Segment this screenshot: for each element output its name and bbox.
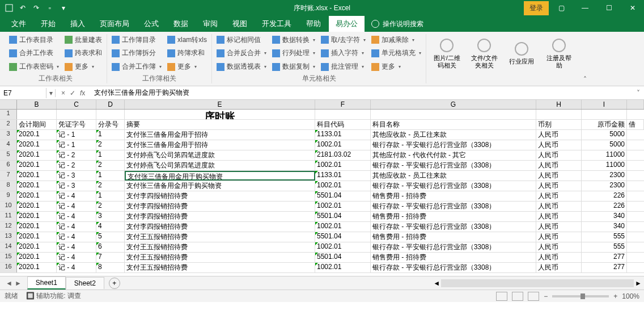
tab-dev[interactable]: 开发工具 [255,16,298,32]
row-col-process[interactable]: 行列处理▾ [272,48,315,58]
zoom-in-icon[interactable]: + [613,292,617,300]
spreadsheet-grid[interactable]: B C D E F G H I 1 序时账 2 会计期间 凭证字号 分录号 摘要… [0,100,644,276]
view-normal-icon[interactable] [496,292,507,301]
col-G[interactable]: G [371,100,536,109]
batch-create-sheets[interactable]: 批量建表 [65,35,102,45]
col-scroll[interactable] [627,100,644,109]
ribbon-options-icon[interactable]: ▢ [550,0,573,16]
tab-help[interactable]: 帮助 [299,16,328,32]
maximize-icon[interactable]: ☐ [598,0,620,16]
workbook-toc[interactable]: 工作簿目录 [112,35,162,45]
zoom-slider[interactable] [552,295,609,297]
close-icon[interactable]: ✕ [621,0,644,16]
status-accessibility[interactable]: 🔲 辅助功能: 调查 [26,291,81,301]
xlam-to-xls[interactable]: xlam转xls [167,35,207,45]
file-folder[interactable]: 文件/文件夹相关 [468,34,500,74]
table-row: 6 2020.1 记 - 2 2 支付婷燕飞公司第四笔进度款 1002.01 银… [0,161,644,171]
sheet-more[interactable]: 更多▾ [65,62,102,72]
tab-data[interactable]: 数据 [167,16,195,32]
table-row: 9 2020.1 记 - 4 1 支付李四报销招待费 5501.04 销售费用 … [0,191,644,202]
table-row: 12 2020.1 记 - 4 4 支付李四报销招待费 1002.01 银行存款… [0,222,644,232]
col-I[interactable]: I [582,100,627,109]
merge-sheets[interactable]: 合并工作表 [9,48,59,58]
zoom-out-icon[interactable]: − [544,292,548,300]
select-all[interactable] [0,100,17,109]
formula-bar: E7 ▾ × ✓ fx 支付张三借备用金用于购买物资 ˅ [0,86,644,100]
table-row: 14 2020.1 记 - 4 6 支付王五报销招待费 1002.01 银行存款… [0,242,644,253]
merge-unmerge[interactable]: 合并反合并▾ [217,48,266,58]
tab-home[interactable]: 开始 [34,16,62,32]
merge-workbooks[interactable]: 合并工作簿▾ [112,62,162,72]
table-row: 16 2020.1 记 - 4 8 支付王五报销招待费 1002.01 银行存款… [0,263,644,273]
titlebar: ↶ ↷ ▫ ▾ 序时账.xlsx - Excel 登录 ▢ — ☐ ✕ [0,0,644,16]
pivot-table[interactable]: 数据透视表▾ [217,62,266,72]
tab-insert[interactable]: 插入 [63,16,92,32]
view-break-icon[interactable] [528,292,539,301]
group-cell: 单元格相关 [302,73,336,83]
row-1: 1 序时账 [0,110,644,120]
tab-prev-icon[interactable]: ◄ [6,279,12,287]
cancel-formula-icon[interactable]: × [61,89,65,97]
hscroll-track[interactable] [441,279,634,287]
cross-book-sum[interactable]: 跨簿求和 [167,48,207,58]
tell-me[interactable]: 操作说明搜索 [371,19,423,29]
ribbon: 工作表目录 合并工作表 工作表密码▾ 批量建表 跨表求和 更多▾ 工作表相关 工… [0,32,644,86]
cell-more[interactable]: 更多▾ [371,62,421,72]
arithmetic[interactable]: 加减乘除▾ [371,35,421,45]
comment-manage[interactable]: 批注管理▾ [321,62,366,72]
table-row: 11 2020.1 记 - 4 3 支付李四报销招待费 5501.04 销售费用… [0,212,644,222]
redo-icon[interactable]: ↷ [31,2,42,14]
enter-formula-icon[interactable]: ✓ [70,89,75,97]
sheet-tab-1[interactable]: Sheet1 [27,276,66,290]
tab-formula[interactable]: 公式 [137,16,166,32]
new-icon[interactable]: ▫ [44,2,56,14]
col-C[interactable]: C [57,100,96,109]
minimize-icon[interactable]: — [574,0,596,16]
tab-view[interactable]: 视图 [226,16,254,32]
sheet-tab-2[interactable]: Sheet2 [66,277,104,289]
hscroll-right-icon[interactable]: ► [635,279,642,287]
tab-layout[interactable]: 页面布局 [93,16,136,32]
col-F[interactable]: F [315,100,371,109]
undo-icon[interactable]: ↶ [17,2,28,14]
open-icon[interactable]: ▾ [58,2,69,14]
take-remove-char[interactable]: 取/去字符▾ [321,35,366,45]
sheet-toc[interactable]: 工作表目录 [9,35,59,45]
formula-input[interactable]: 支付张三借备用金用于购买物资 [91,87,633,99]
view-layout-icon[interactable] [512,292,523,301]
tab-file[interactable]: 文件 [5,16,33,32]
cross-sheet-sum[interactable]: 跨表求和 [65,48,102,58]
mark-same[interactable]: 标记相同值 [217,35,266,45]
hscroll-left-icon[interactable]: ◄ [433,279,440,287]
cell-fill[interactable]: 单元格填充▾ [371,48,421,58]
add-sheet-button[interactable]: + [109,278,120,289]
col-B[interactable]: B [17,100,57,109]
insert-char[interactable]: 插入字符▾ [321,48,366,58]
data-convert[interactable]: 数据转换▾ [272,35,315,45]
zoom-level[interactable]: 100% [622,292,639,300]
namebox-dropdown-icon[interactable]: ▾ [46,89,56,97]
col-D[interactable]: D [96,100,125,109]
tab-review[interactable]: 审阅 [196,16,224,32]
fx-icon[interactable]: fx [80,89,85,97]
col-H[interactable]: H [536,100,582,109]
col-E[interactable]: E [125,100,315,109]
tab-yibangong[interactable]: 易办公 [329,16,365,32]
table-row: 7 2020.1 记 - 3 1 支付张三借备用金用于购买物资 1133.01 … [0,171,644,181]
tab-next-icon[interactable]: ► [15,279,22,287]
title-cell[interactable]: 序时账 [125,110,315,119]
window-title: 序时账.xlsx - Excel [294,3,350,13]
image-qr[interactable]: 图片/二维码相关 [431,34,463,74]
sheet-password[interactable]: 工作表密码▾ [9,62,59,72]
login-button[interactable]: 登录 [524,1,549,15]
workbook-split[interactable]: 工作簿拆分 [112,48,162,58]
name-box[interactable]: E7 [0,88,46,98]
save-icon[interactable] [3,2,15,14]
formula-expand-icon[interactable]: ˅ [633,89,644,97]
industry-app[interactable]: 行业应用 [506,34,537,74]
register-help[interactable]: 注册及帮助 [543,34,575,74]
collapse-ribbon-icon[interactable]: ˄ [579,34,591,83]
table-row: 3 2020.1 记 - 1 1 支付张三借备用金用于招待 1133.01 其他… [0,130,644,140]
data-copy[interactable]: 数据复制▾ [272,62,315,72]
book-more[interactable]: 更多▾ [167,62,207,72]
